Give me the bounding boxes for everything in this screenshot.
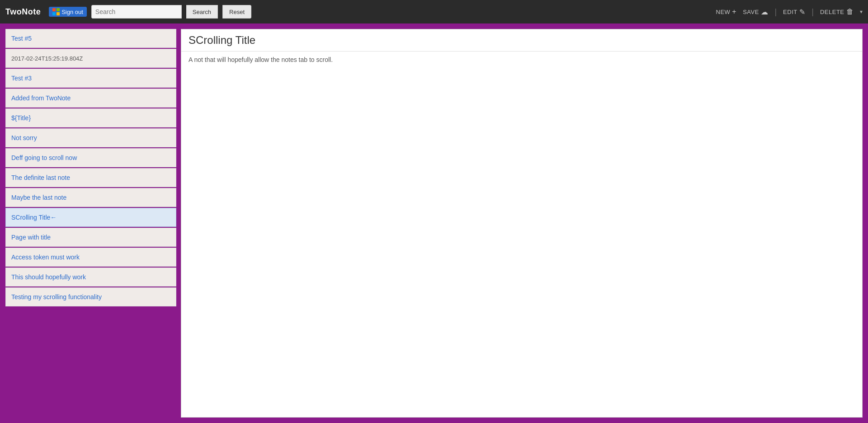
note-item-title: Maybe the last note xyxy=(11,194,66,201)
new-action[interactable]: NEW + xyxy=(714,7,739,17)
list-item[interactable]: This should hopefully work xyxy=(5,268,176,287)
new-icon: + xyxy=(732,8,736,16)
list-item[interactable]: Maybe the last note xyxy=(5,188,176,207)
dropdown-icon[interactable]: ▾ xyxy=(860,9,863,15)
note-item-title: ${Title} xyxy=(11,114,31,122)
note-item-title: Not sorry xyxy=(11,134,37,141)
edit-action[interactable]: EDIT ✎ xyxy=(781,7,807,17)
list-item[interactable]: Testing my scrolling functionality xyxy=(5,287,176,306)
note-item-title: Added from TwoNote xyxy=(11,94,71,102)
edit-icon: ✎ xyxy=(799,8,806,16)
divider2: | xyxy=(811,7,814,17)
search-button[interactable]: Search xyxy=(186,5,218,19)
list-item[interactable]: Not sorry xyxy=(5,128,176,147)
svg-rect-0 xyxy=(52,8,56,11)
list-item[interactable]: Test #3 xyxy=(5,69,176,88)
windows-icon xyxy=(52,8,60,15)
list-item[interactable]: SCrolling Title← xyxy=(5,208,176,227)
list-item[interactable]: Test #5 xyxy=(5,29,176,48)
save-label: SAVE xyxy=(743,9,759,15)
note-body[interactable]: A not that will hopefully allow the note… xyxy=(181,52,862,417)
svg-rect-2 xyxy=(52,12,56,15)
save-action[interactable]: SAVE ☁ xyxy=(741,7,770,17)
edit-label: EDIT xyxy=(783,9,797,15)
note-item-title: Test #3 xyxy=(11,75,32,82)
note-title-bar: SCrolling Title xyxy=(181,29,862,52)
search-input[interactable] xyxy=(91,5,182,19)
main-content: Test #52017-02-24T15:25:19.804ZTest #3Ad… xyxy=(0,24,868,423)
note-item-title: Page with title xyxy=(11,234,51,241)
app-title: TwoNote xyxy=(5,7,41,17)
list-item[interactable]: Access token must work xyxy=(5,248,176,267)
sign-out-button[interactable]: Sign out xyxy=(49,7,87,17)
header: TwoNote Sign out Search Reset NEW + SAVE… xyxy=(0,0,868,24)
delete-label: DELETE xyxy=(820,9,844,15)
list-item[interactable]: ${Title} xyxy=(5,108,176,127)
reset-button[interactable]: Reset xyxy=(222,5,251,19)
notes-list[interactable]: Test #52017-02-24T15:25:19.804ZTest #3Ad… xyxy=(5,29,177,418)
list-item[interactable]: Deff going to scroll now xyxy=(5,148,176,167)
delete-action[interactable]: DELETE 🗑 xyxy=(818,7,855,17)
note-item-title: Access token must work xyxy=(11,254,80,261)
note-item-title: Deff going to scroll now xyxy=(11,154,77,161)
list-item[interactable]: Added from TwoNote xyxy=(5,89,176,108)
new-label: NEW xyxy=(716,9,731,15)
note-item-title: This should hopefully work xyxy=(11,273,86,281)
svg-rect-1 xyxy=(57,8,60,11)
svg-rect-3 xyxy=(57,12,60,15)
note-content-area: SCrolling Title A not that will hopefull… xyxy=(181,29,863,418)
sidebar: Test #52017-02-24T15:25:19.804ZTest #3Ad… xyxy=(5,29,177,418)
list-item[interactable]: Page with title xyxy=(5,228,176,247)
note-item-title: The definite last note xyxy=(11,174,70,181)
list-item[interactable]: 2017-02-24T15:25:19.804Z xyxy=(5,49,176,68)
note-item-title: 2017-02-24T15:25:19.804Z xyxy=(11,55,83,62)
save-icon: ☁ xyxy=(761,8,769,16)
note-item-title: Test #5 xyxy=(11,35,32,42)
header-actions: NEW + SAVE ☁ | EDIT ✎ | DELETE 🗑 ▾ xyxy=(714,7,863,17)
note-title: SCrolling Title xyxy=(189,34,855,47)
divider: | xyxy=(774,7,777,17)
list-item[interactable]: The definite last note xyxy=(5,168,176,187)
note-item-title: Testing my scrolling functionality xyxy=(11,293,102,301)
delete-icon: 🗑 xyxy=(846,8,854,16)
sign-out-label: Sign out xyxy=(61,9,83,15)
note-item-title: SCrolling Title← xyxy=(11,214,57,221)
